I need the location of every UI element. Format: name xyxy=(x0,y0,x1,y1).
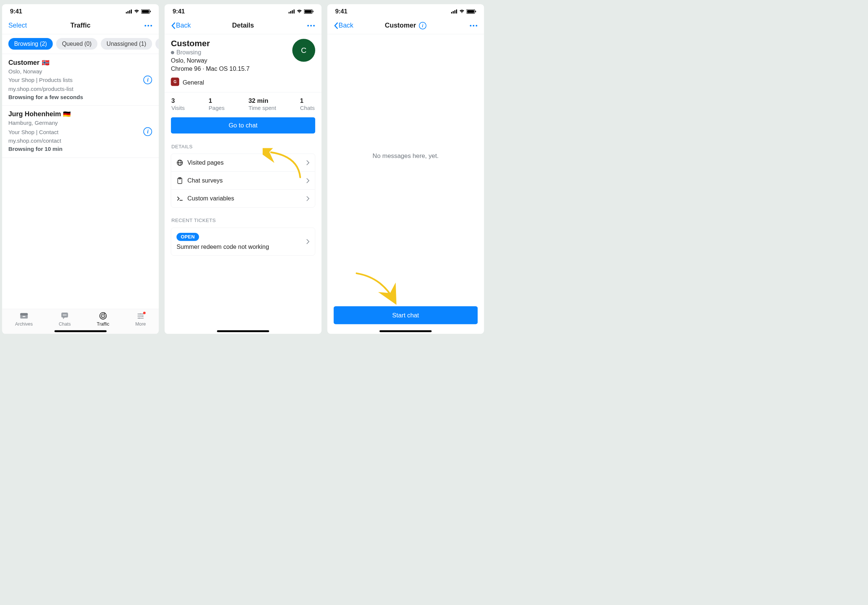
section-tickets-label: RECENT TICKETS xyxy=(171,217,315,223)
svg-point-26 xyxy=(142,315,143,316)
svg-rect-33 xyxy=(304,10,312,13)
flag-icon: 🇩🇪 xyxy=(63,111,71,118)
svg-rect-47 xyxy=(456,9,457,13)
tab-archives[interactable]: Archives xyxy=(15,312,33,326)
chip-chatting[interactable]: Cl xyxy=(155,38,159,50)
go-to-chat-button[interactable]: Go to chat xyxy=(171,117,315,134)
svg-point-17 xyxy=(65,315,67,315)
home-indicator[interactable] xyxy=(217,330,269,332)
row-label: Custom variables xyxy=(188,195,234,202)
group-name: General xyxy=(183,79,204,86)
clipboard-icon xyxy=(177,177,183,184)
svg-rect-1 xyxy=(127,11,129,14)
wifi-icon xyxy=(134,9,140,13)
back-button[interactable]: Back xyxy=(333,22,353,29)
select-button[interactable]: Select xyxy=(8,22,27,29)
terminal-icon xyxy=(177,195,183,202)
chats-icon xyxy=(60,312,69,320)
info-icon[interactable]: i xyxy=(419,22,426,29)
notification-dot-icon xyxy=(143,312,146,314)
row-custom-variables[interactable]: Custom variables xyxy=(171,189,315,208)
ticket-row[interactable]: OPEN Summer redeem code not working xyxy=(171,228,315,256)
more-button[interactable] xyxy=(470,24,477,27)
tab-chats[interactable]: Chats xyxy=(59,312,71,326)
svg-rect-24 xyxy=(138,318,144,318)
row-label: Chat surveys xyxy=(188,177,223,184)
screen-traffic-list: 9:41 Select Traffic Browsing (2) Queued … xyxy=(2,4,159,334)
visitor-location: Oslo, Norway xyxy=(8,67,152,75)
row-label: Visited pages xyxy=(188,159,223,166)
visitor-status: Browsing for a few seconds xyxy=(8,94,152,101)
info-icon[interactable]: i xyxy=(143,76,152,85)
ellipsis-icon xyxy=(144,24,152,27)
stat-label: Visits xyxy=(171,105,185,112)
stat-chats: 1 Chats xyxy=(300,97,315,112)
more-icon xyxy=(136,312,145,320)
stat-label: Time spent xyxy=(248,105,276,112)
cellular-icon xyxy=(451,9,457,13)
status-dot-icon xyxy=(171,51,174,54)
stat-label: Pages xyxy=(209,105,225,112)
stat-pages: 1 Pages xyxy=(209,97,225,112)
detail-body: Customer Browsing Oslo, Norway Chrome 96… xyxy=(165,34,321,334)
svg-rect-50 xyxy=(475,11,476,12)
tab-more[interactable]: More xyxy=(135,312,146,326)
svg-rect-30 xyxy=(292,10,293,13)
empty-state: No messages here, yet. xyxy=(327,152,484,160)
more-button[interactable] xyxy=(307,24,315,27)
home-indicator[interactable] xyxy=(380,330,432,332)
svg-point-36 xyxy=(310,25,312,26)
svg-point-16 xyxy=(64,315,65,315)
svg-point-37 xyxy=(313,25,315,26)
more-button[interactable] xyxy=(144,24,152,27)
svg-rect-46 xyxy=(454,10,456,13)
chip-browsing[interactable]: Browsing (2) xyxy=(8,38,53,50)
back-button[interactable]: Back xyxy=(171,22,191,29)
row-chat-surveys[interactable]: Chat surveys xyxy=(171,172,315,189)
archives-icon xyxy=(19,312,29,320)
details-card: Visited pages Chat surveys Custom variab… xyxy=(171,154,315,208)
nav-bar: Back Customer i xyxy=(327,19,484,34)
tab-traffic[interactable]: Traffic xyxy=(97,312,110,326)
start-chat-wrap: Start chat xyxy=(333,305,477,324)
cta-label: Go to chat xyxy=(229,122,258,129)
start-chat-button[interactable]: Start chat xyxy=(333,306,477,324)
chevron-left-icon xyxy=(333,22,338,29)
home-indicator[interactable] xyxy=(54,330,107,332)
screen-customer-details: 9:41 Back Details Customer Browsing Oslo… xyxy=(165,4,321,334)
visitor-url: my.shop.com/products-list xyxy=(8,85,152,93)
stat-value: 32 min xyxy=(248,97,276,104)
list-item[interactable]: Jurg Hohenheim 🇩🇪 Hamburg, Germany Your … xyxy=(2,106,159,158)
chevron-left-icon xyxy=(171,22,175,29)
svg-point-35 xyxy=(307,25,309,26)
svg-rect-5 xyxy=(142,10,149,13)
battery-icon xyxy=(304,9,314,14)
status-icons xyxy=(451,9,476,14)
info-icon[interactable]: i xyxy=(143,127,152,137)
globe-icon xyxy=(177,160,183,166)
group-badge-icon: G xyxy=(171,78,179,86)
status-bar: 9:41 xyxy=(2,4,159,19)
visitor-name: Customer xyxy=(8,59,39,66)
cta-label: Start chat xyxy=(392,312,419,319)
tickets-card: OPEN Summer redeem code not working xyxy=(171,228,315,256)
battery-icon xyxy=(467,9,476,14)
visitor-name-row: Jurg Hohenheim 🇩🇪 xyxy=(8,110,152,118)
svg-point-51 xyxy=(470,25,471,26)
ticket-status-badge: OPEN xyxy=(177,233,199,241)
chip-unassigned[interactable]: Unassigned (1) xyxy=(101,38,152,50)
chip-queued[interactable]: Queued (0) xyxy=(56,38,98,50)
list-item[interactable]: Customer 🇳🇴 Oslo, Norway Your Shop | Pro… xyxy=(2,54,159,106)
row-visited-pages[interactable]: Visited pages xyxy=(171,154,315,172)
svg-point-25 xyxy=(140,313,141,315)
svg-point-7 xyxy=(144,25,146,26)
visitor-name: Jurg Hohenheim xyxy=(8,110,61,118)
customer-status-row: Browsing xyxy=(171,49,250,56)
chevron-right-icon xyxy=(306,178,310,183)
stat-label: Chats xyxy=(300,105,315,112)
visitor-name-row: Customer 🇳🇴 xyxy=(8,59,152,66)
screen-chat-empty: 9:41 Back Customer i No messages here, y… xyxy=(327,4,484,334)
svg-point-20 xyxy=(102,315,104,316)
tab-label: Traffic xyxy=(97,321,110,327)
svg-rect-11 xyxy=(20,313,28,315)
